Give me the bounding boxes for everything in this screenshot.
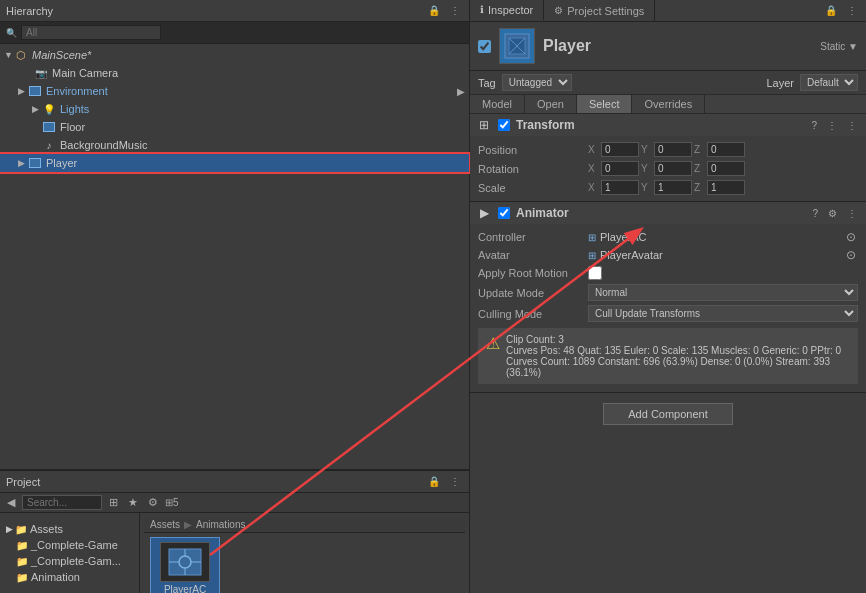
breadcrumb-sep: ▶ <box>184 519 192 530</box>
rot-y-input[interactable] <box>654 161 692 176</box>
pos-y-input[interactable] <box>654 142 692 157</box>
breadcrumb-animations: Animations <box>196 519 245 530</box>
tab-inspector-label: Inspector <box>488 4 533 16</box>
animator-settings-btn[interactable]: ⚙ <box>825 207 840 220</box>
folder-icon-assets: 📁 <box>15 524 27 535</box>
project-more-btn[interactable]: ⋮ <box>447 475 463 488</box>
scale-z-input[interactable] <box>707 180 745 195</box>
transform-enabled-checkbox[interactable] <box>498 119 510 131</box>
scale-row: Scale X Y Z <box>478 178 858 197</box>
project-header: Project 🔒 ⋮ <box>0 471 469 493</box>
right-panel: ℹ Inspector ⚙ Project Settings 🔒 ⋮ <box>470 0 866 593</box>
project-star-btn[interactable]: ★ <box>125 495 141 510</box>
assets-item-complete2[interactable]: 📁 _Complete-Gam... <box>2 553 137 569</box>
tree-item-lights[interactable]: ▶ 💡 Lights <box>0 100 469 118</box>
project-lock-btn[interactable]: 🔒 <box>425 475 443 488</box>
tree-item-floor[interactable]: Floor <box>0 118 469 136</box>
animator-body: Controller ⊞ PlayerAC ⊙ Avatar ⊞ PlayerA… <box>470 224 866 392</box>
assets-arrow: ▶ <box>6 524 13 534</box>
animator-more-btn[interactable]: ⋮ <box>844 207 860 220</box>
transform-header[interactable]: ⊞ Transform ? ⋮ ⋮ <box>470 114 866 136</box>
tree-item-player[interactable]: ▶ Player <box>0 154 469 172</box>
audio-icon: ♪ <box>42 138 56 152</box>
animator-enabled-checkbox[interactable] <box>498 207 510 219</box>
scale-y-input[interactable] <box>654 180 692 195</box>
rot-z-input[interactable] <box>707 161 745 176</box>
project-asset-playerac[interactable]: PlayerAC <box>150 537 220 593</box>
inspector-model-row: Model Open Select Overrides <box>470 95 866 114</box>
model-tab[interactable]: Model <box>470 95 525 113</box>
folder-icon-anim: 📁 <box>16 572 28 583</box>
inspector-more-btn[interactable]: ⋮ <box>844 4 860 17</box>
complete1-label: _Complete-Game <box>31 539 118 551</box>
assets-item-animation[interactable]: 📁 Animation <box>2 569 137 585</box>
player-icon <box>28 156 42 170</box>
light-icon: 💡 <box>42 102 56 116</box>
select-tab[interactable]: Select <box>577 95 633 113</box>
culling-row: Culling Mode Cull Update Transforms <box>478 303 858 324</box>
tree-item-maincamera[interactable]: 📷 Main Camera <box>0 64 469 82</box>
item-label-player: Player <box>46 157 77 169</box>
animator-help-btn[interactable]: ? <box>809 207 821 220</box>
item-label-maincamera: Main Camera <box>52 67 118 79</box>
assets-item-complete1[interactable]: 📁 _Complete-Game <box>2 537 137 553</box>
transform-help-btn[interactable]: ? <box>808 119 820 132</box>
hierarchy-search-input[interactable] <box>21 25 161 40</box>
layer-select[interactable]: Default <box>800 74 858 91</box>
scale-x-label: X <box>588 182 600 193</box>
apply-root-checkbox[interactable] <box>588 266 602 280</box>
project-tree-side: ▶ 📁 Assets 📁 _Complete-Game 📁 _Complete-… <box>0 513 140 593</box>
inspector-tab-icon: ℹ <box>480 4 484 15</box>
env-icon <box>28 84 42 98</box>
hierarchy-search-bar: 🔍 <box>0 22 469 44</box>
rot-z-label: Z <box>694 163 706 174</box>
open-tab[interactable]: Open <box>525 95 577 113</box>
scale-x-input[interactable] <box>601 180 639 195</box>
arrow-floor <box>32 122 42 132</box>
project-panel: Project 🔒 ⋮ ◀ ⊞ ★ ⚙ ⊞5 ▶ <box>0 470 469 593</box>
animator-section: ▶ Animator ? ⚙ ⋮ Controller ⊞ <box>470 202 866 393</box>
update-mode-select[interactable]: Normal <box>588 284 858 301</box>
animator-warning-box: ⚠ Clip Count: 3Curves Pos: 48 Quat: 135 … <box>478 328 858 384</box>
settings-tab-icon: ⚙ <box>554 5 563 16</box>
tree-item-environment[interactable]: ▶ Environment ▶ <box>0 82 469 100</box>
overrides-tab[interactable]: Overrides <box>632 95 705 113</box>
project-filter-btn[interactable]: ⊞ <box>106 495 121 510</box>
scale-z-label: Z <box>694 182 706 193</box>
project-back-btn[interactable]: ◀ <box>4 495 18 510</box>
controller-pick-btn[interactable]: ⊙ <box>844 230 858 244</box>
hierarchy-lock-btn[interactable]: 🔒 <box>425 4 443 17</box>
add-component-btn[interactable]: Add Component <box>603 403 733 425</box>
animator-header[interactable]: ▶ Animator ? ⚙ ⋮ <box>470 202 866 224</box>
assets-item-assets[interactable]: ▶ 📁 Assets <box>2 521 137 537</box>
position-row: Position X Y Z <box>478 140 858 159</box>
culling-select[interactable]: Cull Update Transforms <box>588 305 858 322</box>
arrow-mainscene: ▼ <box>4 50 14 60</box>
tree-item-backgroundmusic[interactable]: ♪ BackgroundMusic <box>0 136 469 154</box>
transform-more-btn[interactable]: ⋮ <box>844 119 860 132</box>
hierarchy-more-btn[interactable]: ⋮ <box>447 4 463 17</box>
floor-icon <box>42 120 56 134</box>
pos-z-label: Z <box>694 144 706 155</box>
avatar-pick-btn[interactable]: ⊙ <box>844 248 858 262</box>
transform-section: ⊞ Transform ? ⋮ ⋮ Position <box>470 114 866 202</box>
item-label-mainscene: MainScene* <box>32 49 91 61</box>
tag-select[interactable]: Untagged <box>502 74 572 91</box>
arrow-lights: ▶ <box>32 104 42 114</box>
tab-project-settings[interactable]: ⚙ Project Settings <box>544 0 655 21</box>
project-settings-btn[interactable]: ⚙ <box>145 495 161 510</box>
tab-inspector[interactable]: ℹ Inspector <box>470 0 544 21</box>
tab-icons-right: 🔒 ⋮ <box>816 0 866 21</box>
rot-x-input[interactable] <box>601 161 639 176</box>
pos-x-input[interactable] <box>601 142 639 157</box>
tree-item-mainscene[interactable]: ▼ ⬡ MainScene* <box>0 46 469 64</box>
pos-z-input[interactable] <box>707 142 745 157</box>
transform-settings-btn[interactable]: ⋮ <box>824 119 840 132</box>
controller-label: Controller <box>478 231 588 243</box>
scale-values: X Y Z <box>588 180 858 195</box>
project-search-input[interactable] <box>22 495 102 510</box>
inspector-lock-btn[interactable]: 🔒 <box>822 4 840 17</box>
object-active-checkbox[interactable] <box>478 40 491 53</box>
tab-project-settings-label: Project Settings <box>567 5 644 17</box>
pos-x-label: X <box>588 144 600 155</box>
